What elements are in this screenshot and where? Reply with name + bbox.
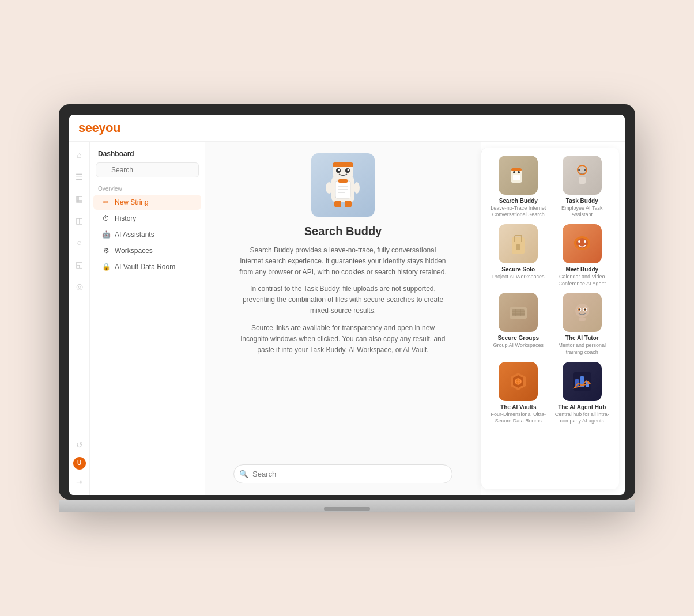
- sidebar-search-container: 🔍: [90, 162, 205, 183]
- svg-rect-14: [334, 201, 341, 207]
- nav-folder-icon[interactable]: ◱: [72, 257, 87, 272]
- main-search-input[interactable]: [233, 464, 452, 483]
- svg-point-13: [354, 182, 360, 194]
- user-avatar[interactable]: U: [73, 457, 86, 470]
- ai-tutor-desc: Mentor and personal training coach: [553, 342, 612, 356]
- sidebar-search-input[interactable]: [96, 162, 199, 177]
- sidebar-item-history-label: History: [115, 214, 136, 222]
- laptop-notch: [324, 507, 370, 511]
- search-buddy-name: Search Buddy: [499, 198, 538, 204]
- sidebar-item-ai-vault[interactable]: 🔒 AI Vault Data Room: [93, 259, 201, 274]
- secure-solo-icon-wrap: [499, 224, 538, 263]
- app-header: seeyou: [69, 115, 625, 142]
- task-buddy-name: Task Buddy: [566, 198, 598, 204]
- meet-buddy-desc: Calendar and Video Conference AI Agent: [553, 274, 612, 287]
- search-bar-wrapper: 🔍: [233, 464, 452, 483]
- search-buddy-svg: [320, 159, 366, 211]
- left-nav: ⌂ ☰ ▦ ◫ ○ ◱ ◎ ↺ U ⇥: [69, 142, 90, 495]
- nav-refresh-icon[interactable]: ↺: [72, 437, 87, 452]
- search-buddy-icon-wrap: [499, 156, 538, 195]
- laptop-screen: seeyou ⌂ ☰ ▦ ◫ ○ ◱ ◎ ↺ U: [69, 115, 625, 495]
- task-buddy-icon-wrap: [563, 156, 602, 195]
- ai-assistants-icon: 🤖: [101, 230, 111, 239]
- secure-groups-name: Secure Groups: [497, 335, 539, 341]
- ai-vaults-desc: Four-Dimensional Ultra-Secure Data Rooms: [489, 411, 548, 425]
- assistant-card-task-buddy[interactable]: Task BuddyEmployee AI Task Assistant: [553, 156, 612, 218]
- ai-tutor-name: The AI Tutor: [565, 335, 599, 341]
- main-desc-3: Source links are available for transpare…: [239, 323, 447, 356]
- main-desc-1: Search Buddy provides a leave-no-trace, …: [239, 245, 447, 278]
- secure-solo-name: Secure Solo: [501, 266, 535, 273]
- svg-point-24: [584, 169, 586, 171]
- sidebar: Dashboard 🔍 Overview ✏ New String: [90, 142, 205, 495]
- dashboard-label: Dashboard: [90, 148, 205, 162]
- svg-rect-36: [512, 309, 525, 316]
- svg-rect-8: [338, 179, 348, 183]
- sidebar-item-ai-vault-label: AI Vault Data Room: [115, 263, 175, 271]
- svg-point-5: [348, 169, 349, 171]
- screen-bezel: seeyou ⌂ ☰ ▦ ◫ ○ ◱ ◎ ↺ U: [59, 104, 635, 500]
- app-container: seeyou ⌂ ☰ ▦ ◫ ○ ◱ ◎ ↺ U: [69, 115, 625, 495]
- nav-bottom: ↺ U ⇥: [72, 437, 87, 489]
- main-content: Search Buddy Search Buddy provides a lea…: [205, 142, 481, 495]
- svg-point-44: [578, 309, 580, 311]
- meet-buddy-icon-wrap: [563, 224, 602, 263]
- right-panel: Search BuddyLeave-no-Trace Internet Conv…: [481, 148, 619, 489]
- sidebar-item-history[interactable]: ⏱ History: [93, 211, 201, 226]
- assistants-grid: Search BuddyLeave-no-Trace Internet Conv…: [489, 156, 611, 425]
- sidebar-item-new-string-label: New String: [115, 198, 149, 206]
- workspaces-icon: ⚙: [101, 247, 111, 255]
- assistant-card-ai-tutor[interactable]: The AI TutorMentor and personal training…: [553, 293, 612, 356]
- laptop-base: [59, 500, 635, 512]
- history-icon: ⏱: [101, 214, 111, 222]
- laptop-wrapper: seeyou ⌂ ☰ ▦ ◫ ○ ◱ ◎ ↺ U: [59, 104, 635, 512]
- svg-rect-6: [333, 162, 353, 167]
- sidebar-item-ai-assistants[interactable]: 🤖 AI Assistants: [93, 227, 201, 242]
- assistant-card-ai-vaults[interactable]: The AI VaultsFour-Dimensional Ultra-Secu…: [489, 362, 548, 425]
- new-string-icon: ✏: [101, 198, 111, 206]
- svg-point-12: [326, 182, 333, 194]
- main-title: Search Buddy: [304, 225, 382, 238]
- ai-vaults-name: The AI Vaults: [500, 404, 536, 410]
- ai-vaults-icon-wrap: [499, 362, 538, 401]
- svg-rect-20: [511, 168, 522, 171]
- sidebar-item-workspaces-label: Workspaces: [115, 247, 153, 255]
- app-logo: seeyou: [78, 120, 120, 135]
- assistant-card-meet-buddy[interactable]: Meet BuddyCalendar and Video Conference …: [553, 224, 612, 287]
- sidebar-item-new-string[interactable]: ✏ New String: [93, 195, 201, 210]
- nav-settings-icon[interactable]: ◎: [72, 279, 87, 294]
- main-search-bar: 🔍: [233, 455, 452, 483]
- svg-point-18: [513, 171, 515, 173]
- assistant-card-secure-solo[interactable]: Secure SoloProject AI Workspaces: [489, 224, 548, 287]
- overview-label: Overview: [90, 183, 205, 194]
- sidebar-item-ai-assistants-label: AI Assistants: [115, 230, 154, 239]
- task-buddy-desc: Employee AI Task Assistant: [553, 205, 612, 218]
- svg-rect-21: [513, 175, 520, 180]
- app-body: ⌂ ☰ ▦ ◫ ○ ◱ ◎ ↺ U ⇥: [69, 142, 625, 495]
- assistant-card-secure-groups[interactable]: Secure GroupsGroup AI Workspaces: [489, 293, 548, 356]
- main-search-icon: 🔍: [239, 470, 248, 478]
- svg-rect-15: [345, 201, 352, 207]
- svg-point-45: [584, 309, 586, 311]
- nav-logout-icon[interactable]: ⇥: [72, 474, 87, 489]
- ai-agent-hub-icon-wrap: [563, 362, 602, 401]
- nav-chart-icon[interactable]: ▦: [72, 191, 87, 206]
- secure-solo-desc: Project AI Workspaces: [492, 274, 544, 281]
- svg-point-23: [578, 169, 580, 171]
- svg-rect-25: [579, 177, 586, 184]
- nav-home-icon[interactable]: ⌂: [72, 148, 87, 162]
- search-buddy-desc: Leave-no-Trace Internet Conversational S…: [489, 205, 548, 218]
- nav-save-icon[interactable]: ◫: [72, 213, 87, 228]
- assistant-card-ai-agent-hub[interactable]: The AI Agent HubCentral hub for all intr…: [553, 362, 612, 425]
- secure-groups-desc: Group AI Workspaces: [493, 342, 544, 349]
- assistant-card-search-buddy[interactable]: Search BuddyLeave-no-Trace Internet Conv…: [489, 156, 548, 218]
- svg-point-4: [338, 169, 340, 171]
- ai-tutor-icon-wrap: [563, 293, 602, 332]
- sidebar-item-workspaces[interactable]: ⚙ Workspaces: [93, 243, 201, 258]
- nav-doc-icon[interactable]: ☰: [72, 169, 87, 184]
- svg-point-19: [518, 171, 520, 173]
- nav-user-icon[interactable]: ○: [72, 235, 87, 250]
- main-desc-2: In contrast to the Task Buddy, file uplo…: [239, 284, 447, 317]
- sidebar-search-wrapper: 🔍: [96, 162, 199, 177]
- svg-point-41: [575, 304, 589, 318]
